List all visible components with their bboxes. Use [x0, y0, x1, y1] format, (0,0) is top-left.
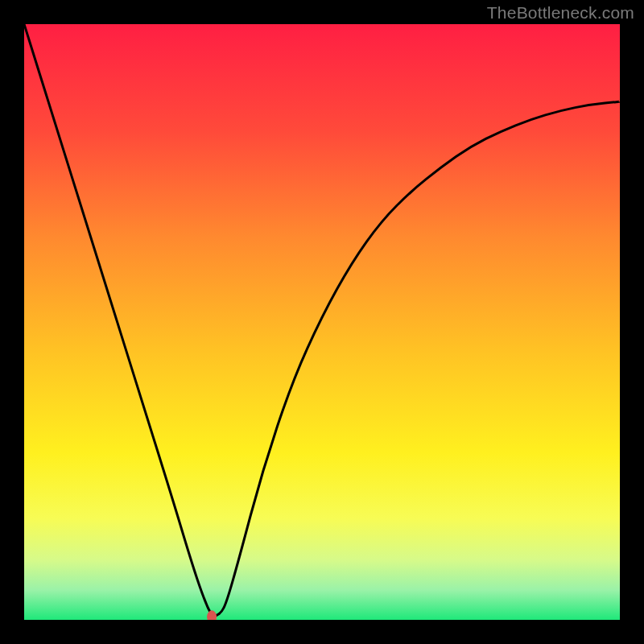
line-chart	[24, 24, 620, 620]
min-point-marker	[207, 610, 217, 620]
bottleneck-curve	[24, 24, 620, 616]
chart-frame: TheBottleneck.com	[0, 0, 644, 644]
watermark-text: TheBottleneck.com	[487, 3, 634, 23]
plot-area	[24, 24, 620, 620]
